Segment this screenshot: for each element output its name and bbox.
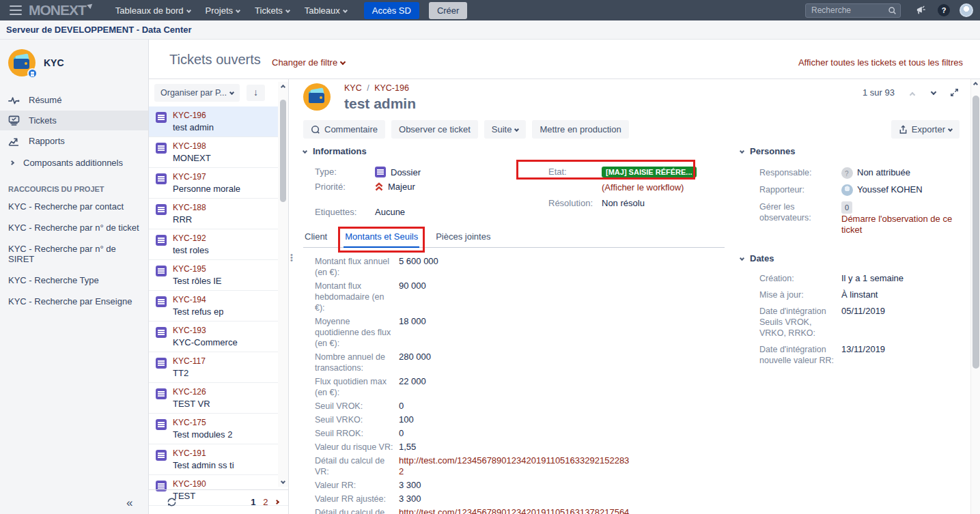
nav-menu-item[interactable]: Projets xyxy=(206,5,240,16)
more-actions-button[interactable]: Suite xyxy=(484,120,527,139)
ticket-list-item[interactable]: KYC-188 RRR xyxy=(149,199,288,229)
collapse-sidebar-icon[interactable]: « xyxy=(126,496,132,510)
reporter-value[interactable]: Youssef KOHEN xyxy=(857,184,923,195)
nav-menu-item[interactable]: Tickets xyxy=(255,5,290,16)
search-icon[interactable] xyxy=(888,6,897,15)
ticket-list-item[interactable]: KYC-191 Test admin ss ti xyxy=(149,444,288,475)
sidebar-item-composants[interactable]: Composants additionnels xyxy=(0,152,148,174)
watchers-count-badge[interactable]: 0 xyxy=(841,201,852,214)
ticket-list-item[interactable]: KYC-192 test roles xyxy=(149,229,288,260)
ticket-key-link[interactable]: KYC-196 xyxy=(173,111,214,120)
next-ticket-icon[interactable] xyxy=(928,87,936,98)
ticket-key-link[interactable]: KYC-195 xyxy=(173,264,222,274)
people-section-header[interactable]: Personnes xyxy=(740,146,969,156)
field-row: Valeur RR: 3 300 xyxy=(315,479,631,492)
show-all-filters-link[interactable]: Afficher toutes les tickets et tous les … xyxy=(798,57,963,68)
watchers-label: Gérer les observateurs: xyxy=(759,201,836,223)
shortcut-link[interactable]: KYC - Recherche par contact xyxy=(8,196,140,217)
page-1[interactable]: 1 xyxy=(251,497,255,507)
nav-menu-item[interactable]: Tableaux xyxy=(305,5,347,16)
ticket-key-link[interactable]: KYC-192 xyxy=(173,233,209,243)
ticket-list-item[interactable]: KYC-194 Test refus ep xyxy=(149,291,288,322)
reporter-row: Rapporteur: Youssef KOHEN xyxy=(740,182,969,199)
ticket-list-item[interactable]: KYC-126 TEST VR xyxy=(149,383,288,414)
ticket-list-item[interactable]: KYC-117 TT2 xyxy=(149,352,288,383)
shortcut-link[interactable]: KYC - Recherche par Enseigne xyxy=(8,291,140,312)
ticket-key-link[interactable]: KYC-175 xyxy=(173,418,232,427)
priority-label: Priorité: xyxy=(315,182,375,192)
ticket-key-link[interactable]: KYC-191 xyxy=(173,448,234,458)
sidebar-item-tickets[interactable]: Tickets xyxy=(0,111,148,130)
previous-ticket-icon[interactable] xyxy=(907,87,914,98)
scroll-up-icon[interactable] xyxy=(278,82,288,92)
tab[interactable]: Client xyxy=(303,231,328,247)
ticket-list-item[interactable]: KYC-193 KYC-Commerce xyxy=(149,322,288,352)
start-watching-link[interactable]: Démarre l'observation de ce ticket xyxy=(841,214,969,235)
list-scrollbar[interactable] xyxy=(278,82,288,487)
reporter-avatar xyxy=(841,184,853,196)
watch-ticket-button[interactable]: Observer ce ticket xyxy=(391,120,478,139)
hamburger-menu-icon[interactable] xyxy=(10,5,22,15)
project-header[interactable]: KYC xyxy=(0,40,148,83)
sidebar-item-rapports[interactable]: Rapports xyxy=(0,131,148,151)
informations-section-header[interactable]: Informations xyxy=(303,146,740,156)
field-row: Montant flux annuel (en €): 5 600 000 xyxy=(315,255,631,279)
show-workflow-link[interactable]: (Afficher le workflow) xyxy=(602,182,684,192)
ticket-list-item[interactable]: KYC-198 MONEXT xyxy=(149,137,288,168)
breadcrumb-project-link[interactable]: KYC xyxy=(344,83,362,93)
panel-resize-handle[interactable]: ••• xyxy=(288,79,293,514)
shortcut-link[interactable]: KYC - Recherche par n° de SIRET xyxy=(8,238,140,270)
ticket-key-link[interactable]: KYC-198 xyxy=(173,141,211,151)
page-2[interactable]: 2 xyxy=(263,497,268,507)
user-avatar[interactable] xyxy=(960,3,973,17)
acces-sd-button[interactable]: Accès SD xyxy=(364,2,419,19)
list-scrollbar-thumb[interactable] xyxy=(280,100,286,202)
expand-icon[interactable] xyxy=(949,87,960,98)
labels-value: Aucune xyxy=(375,207,405,217)
next-page-icon[interactable] xyxy=(275,497,279,507)
change-filter-link[interactable]: Changer de filtre xyxy=(272,57,345,68)
tab[interactable]: Montants et Seuils xyxy=(344,231,419,248)
help-icon[interactable]: ? xyxy=(938,4,950,16)
ticket-key-link[interactable]: KYC-117 xyxy=(173,356,206,366)
scroll-down-icon[interactable] xyxy=(278,476,288,487)
sort-direction-button[interactable]: ↓ xyxy=(247,85,265,101)
comment-button[interactable]: Commentaire xyxy=(303,120,385,139)
main-scrollbar-thumb[interactable] xyxy=(972,96,979,369)
ticket-key-link[interactable]: KYC-197 xyxy=(173,172,240,182)
search-input[interactable] xyxy=(805,3,901,18)
scroll-up-icon[interactable] xyxy=(971,79,980,89)
sidebar-item-resume[interactable]: Résumé xyxy=(0,90,148,110)
shortcut-link[interactable]: KYC - Recherche par n° de ticket xyxy=(8,217,140,238)
field-label: Seuil VRKO: xyxy=(315,414,393,425)
dates-section-header[interactable]: Dates xyxy=(740,253,969,263)
ticket-list-item[interactable]: KYC-196 test admin xyxy=(149,106,288,137)
ticket-list-item[interactable]: KYC-175 Test modules 2 xyxy=(149,414,288,444)
ticket-key-link[interactable]: KYC-188 xyxy=(173,203,206,212)
main-scrollbar[interactable] xyxy=(970,79,980,514)
chevron-down-icon xyxy=(229,90,234,95)
announcements-icon[interactable] xyxy=(916,5,927,15)
date-label: Création: xyxy=(759,273,836,284)
put-in-production-button[interactable]: Mettre en production xyxy=(532,120,628,139)
field-row: Valeur du risque VR: 1,55 xyxy=(315,440,631,454)
ticket-key-link[interactable]: KYC-193 xyxy=(173,326,238,335)
ticket-key-link[interactable]: KYC-190 xyxy=(173,479,206,489)
ticket-list-item[interactable]: KYC-197 Personne morale xyxy=(149,168,288,199)
sidebar-nav: Résumé Tickets Rapports Composants addit… xyxy=(0,90,148,174)
sort-by-button[interactable]: Organiser par P... xyxy=(154,84,240,102)
breadcrumb-ticket-link[interactable]: KYC-196 xyxy=(374,83,409,93)
export-button[interactable]: Exporter xyxy=(891,120,960,139)
nav-menu-item[interactable]: Tableaux de bord xyxy=(115,5,191,16)
date-label: Date d'intégration nouvelle valeur RR: xyxy=(759,344,836,366)
create-button[interactable]: Créer xyxy=(429,2,468,19)
tab[interactable]: Pièces jointes xyxy=(434,231,492,247)
ticket-list-item[interactable]: KYC-195 Test rôles IE xyxy=(149,260,288,291)
shortcut-link[interactable]: KYC - Recherche Type xyxy=(8,270,140,291)
ticket-key-link[interactable]: KYC-194 xyxy=(173,295,223,304)
ticket-summary: test admin xyxy=(173,122,214,132)
refresh-icon[interactable] xyxy=(167,497,177,507)
field-label: Valeur RR: xyxy=(315,480,393,491)
ticket-key-link[interactable]: KYC-126 xyxy=(173,387,210,397)
status-badge[interactable]: [MAJ] SAISIE RÉFÉRE... xyxy=(602,167,697,177)
